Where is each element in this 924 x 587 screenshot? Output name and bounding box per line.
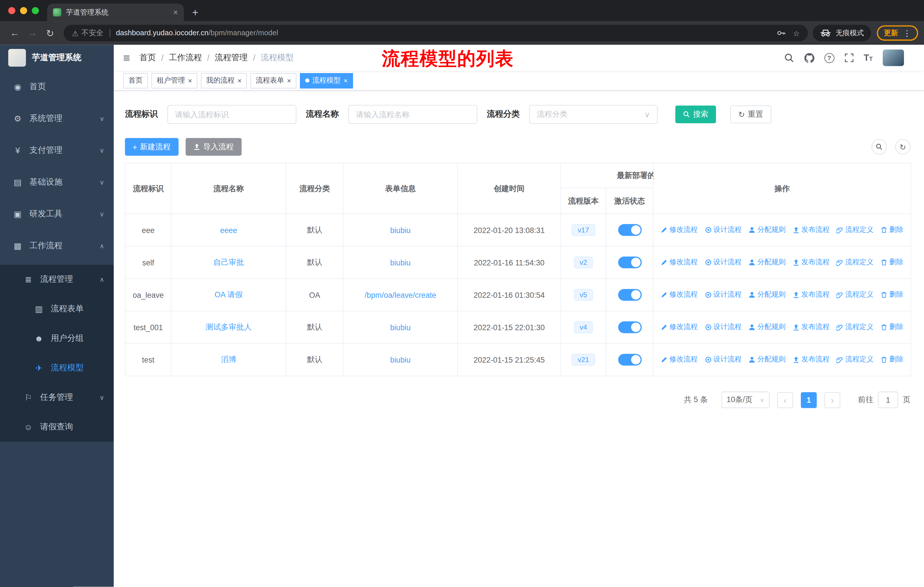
design-process-link[interactable]: 设计流程 <box>705 290 742 300</box>
delete-process-link[interactable]: 删除 <box>881 322 903 332</box>
category-select[interactable]: 流程分类 ∨ <box>529 105 658 124</box>
form-info-link[interactable]: biubiu <box>390 323 411 332</box>
new-tab-button[interactable]: + <box>184 7 206 21</box>
sidebar-item-workflow[interactable]: ▦ 工作流程 ∧ <box>0 230 114 262</box>
process-definition-link[interactable]: 流程定义 <box>837 290 874 300</box>
user-avatar[interactable] <box>883 50 904 66</box>
forward-button[interactable]: → <box>23 28 41 38</box>
delete-process-link[interactable]: 删除 <box>881 290 903 300</box>
password-key-icon[interactable] <box>777 28 786 38</box>
version-badge[interactable]: v17 <box>572 224 595 236</box>
tag-close-icon[interactable]: × <box>188 77 192 84</box>
modify-process-link[interactable]: 修改流程 <box>660 355 698 365</box>
version-badge[interactable]: v21 <box>572 354 595 365</box>
active-toggle[interactable] <box>618 289 641 301</box>
sidebar-toggle-icon[interactable]: ≡ <box>114 51 140 64</box>
font-size-icon[interactable]: TT <box>864 53 873 63</box>
sidebar-item-payment[interactable]: ¥ 支付管理 ∨ <box>0 134 114 166</box>
version-badge[interactable]: v5 <box>574 289 593 301</box>
design-process-link[interactable]: 设计流程 <box>705 355 742 365</box>
sidebar-item-process-form[interactable]: ▥ 流程表单 <box>0 294 114 324</box>
sidebar-item-system[interactable]: ⚙ 系统管理 ∨ <box>0 103 114 134</box>
breadcrumb-item-home[interactable]: 首页 <box>140 53 156 63</box>
assign-rule-link[interactable]: 分配规则 <box>748 322 785 332</box>
active-toggle[interactable] <box>618 256 641 268</box>
delete-process-link[interactable]: 删除 <box>881 225 903 235</box>
page-size-select[interactable]: 10条/页 ∨ <box>721 392 770 408</box>
process-name-input[interactable] <box>348 105 477 124</box>
assign-rule-link[interactable]: 分配规则 <box>748 355 785 365</box>
assign-rule-link[interactable]: 分配规则 <box>748 257 785 268</box>
tag-close-icon[interactable]: × <box>287 77 291 84</box>
security-indicator[interactable]: ⚠ 不安全 <box>72 28 104 38</box>
process-name-link[interactable]: 滔博 <box>221 355 236 364</box>
sidebar-item-process-model[interactable]: ✈ 流程模型 <box>0 353 114 383</box>
publish-process-link[interactable]: 发布流程 <box>792 322 830 332</box>
design-process-link[interactable]: 设计流程 <box>705 322 742 332</box>
active-toggle[interactable] <box>618 224 641 236</box>
publish-process-link[interactable]: 发布流程 <box>792 225 830 235</box>
prev-page-button[interactable]: ‹ <box>777 392 794 408</box>
sidebar-item-devtools[interactable]: ▣ 研发工具 ∨ <box>0 198 114 230</box>
process-definition-link[interactable]: 流程定义 <box>837 322 874 332</box>
reload-button[interactable]: ↻ <box>41 28 59 39</box>
design-process-link[interactable]: 设计流程 <box>705 225 742 235</box>
tab-close-icon[interactable]: × <box>173 8 178 17</box>
modify-process-link[interactable]: 修改流程 <box>660 225 698 235</box>
delete-process-link[interactable]: 删除 <box>881 355 903 365</box>
sidebar-item-user-group[interactable]: ☻ 用户分组 <box>0 324 114 354</box>
sidebar-item-task-mgmt[interactable]: ⚐ 任务管理 ∨ <box>0 383 114 412</box>
process-name-link[interactable]: 自己审批 <box>213 258 244 266</box>
tag-my-process[interactable]: 我的流程 × <box>201 73 247 88</box>
page-number-1[interactable]: 1 <box>801 392 817 408</box>
process-definition-link[interactable]: 流程定义 <box>837 355 874 365</box>
minimize-window-button[interactable] <box>20 7 27 14</box>
process-name-link[interactable]: 测试多审批人 <box>206 322 251 331</box>
sidebar-item-infra[interactable]: ▤ 基础设施 ∨ <box>0 166 114 198</box>
modify-process-link[interactable]: 修改流程 <box>660 322 698 332</box>
tag-tenant-mgmt[interactable]: 租户管理 × <box>152 73 198 88</box>
breadcrumb-item-workflow[interactable]: 工作流程 <box>169 53 202 63</box>
back-button[interactable]: ← <box>6 28 24 38</box>
version-badge[interactable]: v2 <box>574 256 593 268</box>
active-toggle[interactable] <box>618 321 641 333</box>
sidebar-item-process-mgmt[interactable]: ≣ 流程管理 ∧ <box>0 265 114 294</box>
tag-process-form[interactable]: 流程表单 × <box>250 73 297 88</box>
process-name-link[interactable]: OA 请假 <box>214 290 243 299</box>
bookmark-star-icon[interactable]: ☆ <box>793 29 800 38</box>
zoom-window-button[interactable] <box>32 7 39 14</box>
import-process-button[interactable]: 导入流程 <box>185 138 241 155</box>
fullscreen-icon[interactable] <box>844 53 854 63</box>
publish-process-link[interactable]: 发布流程 <box>792 290 830 300</box>
url-bar[interactable]: ⚠ 不安全 dashboard.yudao.iocoder.cn /bpm/ma… <box>64 25 808 41</box>
design-process-link[interactable]: 设计流程 <box>705 257 742 268</box>
sidebar-item-leave-query[interactable]: ☺ 请假查询 <box>0 412 114 441</box>
tag-close-icon[interactable]: × <box>238 77 241 84</box>
process-definition-link[interactable]: 流程定义 <box>837 225 874 235</box>
sidebar-logo[interactable]: 芋道管理系统 <box>0 45 114 71</box>
tag-close-icon[interactable]: × <box>344 77 348 84</box>
modify-process-link[interactable]: 修改流程 <box>660 290 698 300</box>
next-page-button[interactable]: › <box>824 392 840 408</box>
github-icon[interactable] <box>804 53 814 63</box>
close-window-button[interactable] <box>8 7 15 14</box>
goto-page-input[interactable] <box>878 392 898 408</box>
form-info-link[interactable]: biubiu <box>390 258 411 267</box>
toggle-search-button[interactable] <box>871 139 887 154</box>
process-key-input[interactable] <box>167 105 297 124</box>
refresh-table-button[interactable]: ↻ <box>895 139 910 154</box>
form-info-link[interactable]: /bpm/oa/leave/create <box>365 290 436 299</box>
search-icon[interactable] <box>784 53 794 63</box>
process-name-link[interactable]: eeee <box>220 226 238 235</box>
tag-home[interactable]: 首页 <box>123 73 148 88</box>
tag-process-model[interactable]: 流程模型 × <box>300 73 353 88</box>
assign-rule-link[interactable]: 分配规则 <box>748 290 785 300</box>
reset-button[interactable]: ↻ 重置 <box>730 106 771 123</box>
help-icon[interactable]: ? <box>824 53 834 63</box>
chrome-update-button[interactable]: 更新 ⋮ <box>877 25 918 40</box>
active-toggle[interactable] <box>618 354 641 365</box>
form-info-link[interactable]: biubiu <box>390 356 411 364</box>
delete-process-link[interactable]: 删除 <box>881 257 903 268</box>
modify-process-link[interactable]: 修改流程 <box>660 257 698 268</box>
version-badge[interactable]: v4 <box>574 321 593 333</box>
